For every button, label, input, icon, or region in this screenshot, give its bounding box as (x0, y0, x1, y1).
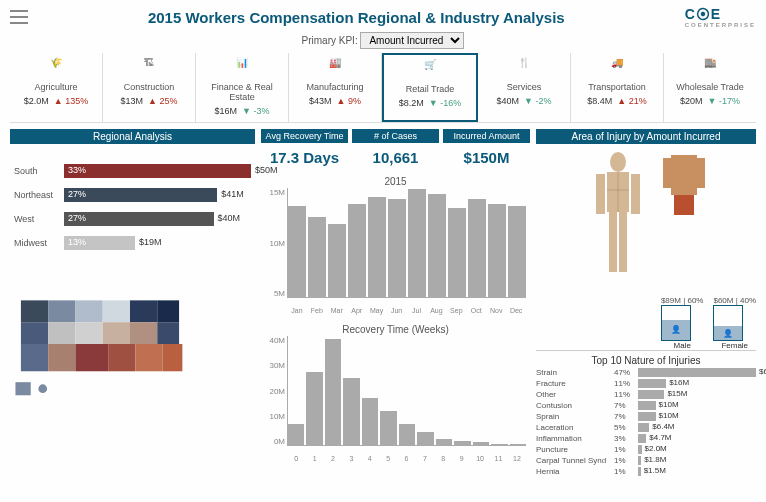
area-title: Area of Injury by Amount Incurred (536, 129, 756, 144)
menu-icon[interactable] (10, 10, 28, 24)
recovery-bar[interactable] (491, 444, 507, 445)
monthly-bar[interactable] (488, 204, 506, 297)
top10-row[interactable]: Other11%$15M (536, 390, 756, 399)
recovery-bar[interactable] (510, 444, 526, 445)
sex-male[interactable]: $89M | 60%👤Male (661, 296, 704, 350)
recovery-bar[interactable] (417, 432, 433, 445)
recovery-title: Recovery Time (Weeks) (261, 324, 530, 335)
monthly-title: 2015 (261, 176, 530, 187)
top10-row[interactable]: Sprain7%$10M (536, 412, 756, 421)
industry-icon: 🚚 (573, 57, 661, 79)
industry-services[interactable]: 🍴Services$40M ▼ -2% (478, 53, 571, 122)
svg-rect-12 (21, 344, 48, 371)
svg-rect-9 (103, 322, 130, 344)
monthly-bar[interactable] (428, 194, 446, 297)
body-front-icon[interactable] (583, 150, 653, 290)
monthly-bar[interactable] (468, 199, 486, 297)
recovery-bar[interactable] (473, 442, 489, 445)
region-row[interactable]: South33%$50M (14, 164, 251, 178)
svg-rect-11 (157, 322, 179, 344)
recovery-bar[interactable] (288, 424, 304, 445)
recovery-bar[interactable] (325, 339, 341, 445)
industry-finance-real-estate[interactable]: 📊Finance & Real Estate$16M ▼ -3% (196, 53, 289, 122)
sex-female[interactable]: $60M | 40%👤Female (713, 296, 756, 350)
regional-title: Regional Analysis (10, 129, 255, 144)
recovery-chart[interactable] (287, 336, 526, 446)
svg-rect-7 (48, 322, 75, 344)
svg-rect-4 (130, 300, 157, 322)
kpi-label: # of Cases (352, 129, 439, 143)
svg-point-20 (610, 152, 626, 172)
svg-rect-14 (75, 344, 108, 371)
top10-row[interactable]: Contusion7%$10M (536, 401, 756, 410)
primary-kpi-label: Primary KPI: (302, 35, 358, 46)
svg-rect-5 (157, 300, 179, 322)
svg-rect-16 (135, 344, 162, 371)
svg-rect-3 (103, 300, 130, 322)
svg-rect-10 (130, 322, 157, 344)
industry-icon: 🍴 (480, 57, 568, 79)
svg-rect-15 (108, 344, 135, 371)
recovery-bar[interactable] (399, 424, 415, 445)
industry-icon: 📊 (198, 57, 286, 79)
page-title: 2015 Workers Compensation Regional & Ind… (28, 9, 685, 26)
recovery-bar[interactable] (380, 411, 396, 445)
industry-icon: 🏗 (105, 57, 193, 79)
monthly-bar[interactable] (508, 206, 526, 297)
primary-kpi-select[interactable]: Amount Incurred (360, 32, 464, 49)
industry-transportation[interactable]: 🚚Transportation$8.4M ▲ 21% (571, 53, 664, 122)
svg-point-19 (38, 384, 47, 393)
svg-rect-25 (619, 212, 627, 272)
logo: C⦿ECOENTERPRISE (685, 6, 756, 28)
svg-rect-24 (609, 212, 617, 272)
industry-agriculture[interactable]: 🌾Agriculture$2.0M ▲ 135% (10, 53, 103, 122)
svg-rect-0 (21, 300, 48, 322)
recovery-bar[interactable] (343, 378, 359, 445)
recovery-bar[interactable] (436, 439, 452, 445)
top10-row[interactable]: Strain47%$67M (536, 368, 756, 377)
industry-wholesale-trade[interactable]: 🏬Wholesale Trade$20M ▼ -17% (664, 53, 756, 122)
svg-rect-2 (75, 300, 102, 322)
top10-row[interactable]: Carpal Tunnel Synd1%$1.8M (536, 456, 756, 465)
top10-row[interactable]: Fracture11%$16M (536, 379, 756, 388)
monthly-bar[interactable] (348, 204, 366, 297)
kpi-value: 10,661 (352, 143, 439, 172)
svg-rect-17 (163, 344, 183, 371)
monthly-bar[interactable] (448, 208, 466, 297)
svg-rect-28 (671, 155, 697, 195)
monthly-chart[interactable] (287, 188, 526, 298)
top10-title: Top 10 Nature of Injuries (536, 350, 756, 366)
industry-icon: 🏬 (666, 57, 754, 79)
monthly-bar[interactable] (288, 206, 306, 297)
monthly-bar[interactable] (308, 217, 326, 297)
monthly-bar[interactable] (328, 224, 346, 297)
svg-rect-1 (48, 300, 75, 322)
industry-construction[interactable]: 🏗Construction$13M ▲ 25% (103, 53, 196, 122)
kpi-label: Incurred Amount (443, 129, 530, 143)
svg-rect-18 (15, 382, 30, 395)
industry-manufacturing[interactable]: 🏭Manufacturing$43M ▲ 9% (289, 53, 382, 122)
region-row[interactable]: Northeast27%$41M (14, 188, 251, 202)
monthly-bar[interactable] (408, 189, 426, 297)
svg-rect-22 (596, 174, 605, 214)
monthly-bar[interactable] (368, 197, 386, 297)
svg-rect-29 (663, 158, 671, 188)
us-map[interactable] (10, 284, 206, 404)
region-row[interactable]: Midwest13%$19M (14, 236, 251, 250)
top10-row[interactable]: Laceration5%$6.4M (536, 423, 756, 432)
region-row[interactable]: West27%$40M (14, 212, 251, 226)
top10-row[interactable]: Puncture1%$2.0M (536, 445, 756, 454)
top10-row[interactable]: Hernia1%$1.5M (536, 467, 756, 476)
svg-rect-30 (697, 158, 705, 188)
monthly-bar[interactable] (388, 199, 406, 297)
kpi-label: Avg Recovery Time (261, 129, 348, 143)
recovery-bar[interactable] (362, 398, 378, 445)
recovery-bar[interactable] (306, 372, 322, 445)
body-back-icon[interactable] (659, 150, 709, 220)
industry-icon: 🏭 (291, 57, 379, 79)
top10-row[interactable]: Inflammation3%$4.7M (536, 434, 756, 443)
kpi-value: $150M (443, 143, 530, 172)
recovery-bar[interactable] (454, 441, 470, 445)
industry-retail-trade[interactable]: 🛒Retail Trade$8.2M ▼ -16% (382, 53, 478, 122)
svg-rect-13 (48, 344, 75, 371)
